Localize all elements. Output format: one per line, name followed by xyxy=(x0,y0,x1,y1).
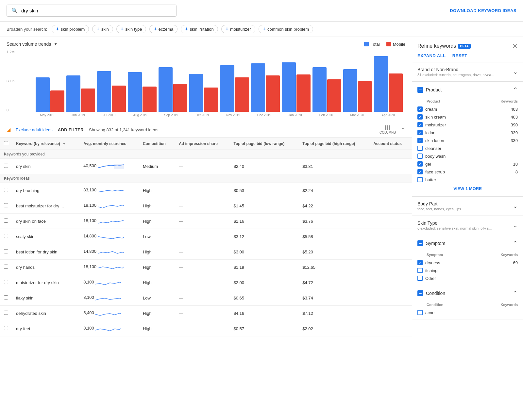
row-account-status xyxy=(369,159,412,174)
download-button[interactable]: DOWNLOAD KEYWORD IDEAS xyxy=(450,8,516,13)
refine-checkbox-face-scrub[interactable] xyxy=(417,169,423,174)
bar-mobile xyxy=(235,77,249,112)
plus-icon: + xyxy=(56,26,59,32)
refine-checkbox-butter[interactable] xyxy=(417,177,423,182)
section-indicator-condition[interactable]: − xyxy=(417,290,423,296)
row-checkbox-cell[interactable] xyxy=(0,183,12,198)
chip-label: moisturizer xyxy=(230,27,251,32)
row-ad-impression: — xyxy=(175,214,229,229)
refine-checkbox-dryness[interactable] xyxy=(417,260,423,265)
header-competition[interactable]: Competition xyxy=(139,138,175,150)
header-top-page-low[interactable]: Top of page bid (low range) xyxy=(229,138,298,150)
row-checkbox-cell[interactable] xyxy=(0,244,12,260)
search-box[interactable]: 🔍 xyxy=(7,5,177,17)
row-checkbox-cell[interactable] xyxy=(0,260,12,275)
refine-checkbox-skin-cream[interactable] xyxy=(417,114,423,120)
row-checkbox-cell[interactable] xyxy=(0,290,12,306)
row-checkbox-cell[interactable] xyxy=(0,214,12,229)
sparkline xyxy=(95,324,121,333)
header-top-page-high[interactable]: Top of page bid (high range) xyxy=(298,138,369,150)
row-checkbox[interactable] xyxy=(4,218,8,223)
section-indicator-product[interactable]: − xyxy=(417,87,423,93)
refine-section-header-body-part[interactable]: Body Part face, feet, hands, eyes, lips … xyxy=(412,197,523,216)
header-avg-monthly[interactable]: Avg. monthly searches xyxy=(79,138,139,150)
chart-bars xyxy=(33,50,405,112)
chart-section: Search volume trends ▼ Total Mobile 1.2 xyxy=(0,37,412,122)
refine-checkbox-gel[interactable] xyxy=(417,161,423,167)
chip-label: skin type xyxy=(125,27,142,32)
collapse-button[interactable]: ⌃ xyxy=(401,127,405,133)
close-button[interactable]: ✕ xyxy=(512,42,518,50)
chart-x-labels: May 2019Jun 2019Jul 2019Aug 2019Sep 2019… xyxy=(33,112,405,117)
chip-skin-type[interactable]: +skin type xyxy=(116,25,146,33)
chip-common-skin-problem[interactable]: +common skin problem xyxy=(259,25,313,33)
refine-checkbox-cleanser[interactable] xyxy=(417,146,423,151)
chip-skin-problem[interactable]: +skin problem xyxy=(52,25,89,33)
row-checkbox[interactable] xyxy=(4,326,8,330)
row-avg: 18,100 xyxy=(79,214,139,229)
chip-skin[interactable]: +skin xyxy=(92,25,113,33)
row-checkbox[interactable] xyxy=(4,249,8,253)
row-checkbox-cell[interactable] xyxy=(0,321,12,336)
refine-checkbox-moisturizer[interactable] xyxy=(417,122,423,127)
row-checkbox[interactable] xyxy=(4,203,8,207)
row-checkbox-cell[interactable] xyxy=(0,306,12,321)
exclude-adult-button[interactable]: Exclude adult ideas xyxy=(16,127,53,132)
refine-section-header-brand[interactable]: Brand or Non-Brand 31 excluded: eucerin,… xyxy=(412,62,523,81)
header-account-status[interactable]: Account status xyxy=(369,138,412,150)
chart-header: Search volume trends ▼ Total Mobile xyxy=(7,41,405,47)
chart-dropdown-arrow[interactable]: ▼ xyxy=(54,42,58,46)
section-indicator-symptom[interactable]: − xyxy=(417,240,423,246)
refine-checkbox-lotion[interactable] xyxy=(417,130,423,135)
view-more-button[interactable]: VIEW 1 MORE xyxy=(417,184,518,194)
row-avg: 18,100 xyxy=(79,260,139,275)
chip-eczema[interactable]: +eczema xyxy=(149,25,177,33)
refine-checkbox-cream[interactable] xyxy=(417,106,423,112)
refine-item-cleanser: cleanser xyxy=(417,144,518,152)
row-checkbox[interactable] xyxy=(4,280,8,284)
plus-icon: + xyxy=(185,26,188,32)
row-bid-low: $3.00 xyxy=(229,244,298,260)
refine-checkbox-acne[interactable] xyxy=(417,310,423,315)
refine-section-header-symptom[interactable]: − Symptom ⌃ xyxy=(412,235,523,251)
select-all-checkbox[interactable] xyxy=(4,141,8,145)
row-checkbox[interactable] xyxy=(4,234,8,238)
row-checkbox-cell[interactable] xyxy=(0,159,12,174)
row-checkbox[interactable] xyxy=(4,164,8,168)
columns-button[interactable]: COLUMNS xyxy=(380,125,396,134)
x-label: Mar 2020 xyxy=(343,113,372,117)
reset-button[interactable]: RESET xyxy=(452,53,467,58)
header-checkbox[interactable] xyxy=(0,138,12,150)
section-title-condition: Condition xyxy=(426,291,513,296)
section-label-ideas: Keyword ideas xyxy=(0,174,412,183)
chip-skin-irritation[interactable]: +skin irritation xyxy=(181,25,218,33)
refine-checkbox-itching[interactable] xyxy=(417,268,423,273)
svg-rect-0 xyxy=(114,164,124,169)
row-checkbox[interactable] xyxy=(4,311,8,315)
refine-section-header-product[interactable]: − Product ⌃ xyxy=(412,82,523,98)
row-checkbox[interactable] xyxy=(4,295,8,299)
refine-section-header-condition[interactable]: − Condition ⌃ xyxy=(412,285,523,301)
chevron-product: ⌃ xyxy=(513,86,518,93)
row-checkbox[interactable] xyxy=(4,265,8,269)
refine-header: Refine keywords BETA ✕ xyxy=(412,37,523,53)
header-ad-impression[interactable]: Ad impression share xyxy=(175,138,229,150)
expand-all-button[interactable]: EXPAND ALL xyxy=(417,53,446,58)
row-checkbox-cell[interactable] xyxy=(0,275,12,290)
search-input[interactable] xyxy=(21,8,172,13)
section-title-symptom: Symptom xyxy=(426,241,513,246)
row-checkbox[interactable] xyxy=(4,188,8,192)
refine-checkbox-skin-lotion[interactable] xyxy=(417,138,423,143)
bar-group xyxy=(97,71,126,112)
chip-moisturizer[interactable]: +moisturizer xyxy=(221,25,255,33)
add-filter-button[interactable]: ADD FILTER xyxy=(58,127,84,132)
refine-checkbox-body-wash[interactable] xyxy=(417,153,423,159)
row-avg: 40,500 xyxy=(79,159,139,174)
row-checkbox-cell[interactable] xyxy=(0,198,12,214)
row-checkbox-cell[interactable] xyxy=(0,229,12,244)
header-keyword[interactable]: Keyword (by relevance) ▼ xyxy=(12,138,79,150)
refine-checkbox-other[interactable] xyxy=(417,276,423,281)
table-row: best lotion for dry skin 14,800 High — $… xyxy=(0,244,412,260)
chevron-body-part: ⌄ xyxy=(513,202,518,210)
refine-section-header-skin-type[interactable]: Skin Type 6 excluded: sensitive skin, no… xyxy=(412,216,523,235)
